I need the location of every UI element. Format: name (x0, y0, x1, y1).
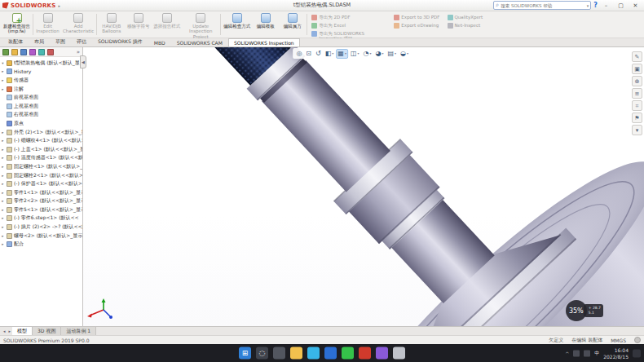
displaymanager-tab[interactable] (38, 49, 45, 55)
minimize-button[interactable]: – (600, 2, 612, 9)
markup-button[interactable]: ▣ (632, 64, 642, 74)
ribbon-button-edit-properties[interactable]: 编辑属方 (279, 12, 306, 37)
tree-item-part5[interactable]: ▸零件5<1> (默认<<默认>_显示状 (1, 205, 82, 214)
volume-icon[interactable] (584, 350, 590, 356)
tree-item-shell[interactable]: ▸外壳 (2)<1> (默认<<默认>_显示状 (1, 128, 82, 137)
tree-item-part2[interactable]: ▸零件2<2> (默认<<默认>_显示 (1, 197, 82, 206)
network-icon[interactable] (573, 350, 580, 356)
ime-indicator[interactable]: 中 (594, 350, 599, 357)
status-customize-icon[interactable] (634, 337, 641, 343)
menu-expand-icon[interactable]: ▸ (58, 3, 60, 8)
doctab-model[interactable]: 模型 (12, 327, 33, 335)
solidworks-logo[interactable]: SOLIDWORKS ▸ (2, 2, 60, 9)
ribbon-button-export-2d-pdf[interactable]: 导出为 2D PDF (311, 15, 386, 20)
ribbon-button-add-edit-balloons[interactable]: HAV/DJB Balloons (98, 12, 125, 37)
help-search-box[interactable]: ⌕ ▾ (493, 1, 591, 10)
taskbar-edge-icon[interactable] (307, 347, 320, 360)
ribbon-button-edit-inspection-method[interactable]: 编辑检查方式 (222, 12, 252, 37)
tree-item-top-cover[interactable]: ▸(-) 上盖<1> (默认<<默认>_显示状 (1, 145, 82, 154)
comment-button[interactable]: ✎ (632, 51, 642, 62)
inspectionmanager-tab[interactable] (47, 49, 54, 55)
notification-bell-icon[interactable] (633, 349, 641, 357)
configurationmanager-tab[interactable] (20, 49, 27, 55)
taskbar-office-icon[interactable] (376, 347, 388, 360)
more-tools-button[interactable]: ▾ (632, 125, 642, 135)
ribbon-button-remove-balloons[interactable]: 移除字符号 (125, 12, 152, 37)
tray-chevron-icon[interactable]: ^ (565, 351, 569, 356)
close-button[interactable]: ✕ (629, 2, 642, 9)
panel-chevron-icon[interactable]: » (77, 49, 80, 55)
tree-item-nut[interactable]: ▸螺母<2> (默认<<默认>_显示状 (1, 232, 82, 241)
ribbon-button-export-3d-pdf[interactable]: Export to 3D PDF (394, 15, 439, 20)
zoom-fit-button[interactable]: ◎ (294, 49, 303, 59)
doctab-motion-study-1[interactable]: 运动算例 1 (61, 327, 96, 335)
previous-view-button[interactable]: ↺ (314, 49, 323, 59)
tab-evaluate[interactable]: 评估 (71, 37, 92, 46)
model-canvas[interactable] (83, 47, 644, 326)
taskbar-browser-icon[interactable] (324, 347, 337, 360)
taskbar-search-icon[interactable]: ◌ (256, 347, 268, 360)
clock[interactable]: 16:04 2022/8/15 (603, 347, 629, 360)
tree-item-right-plane[interactable]: 右视基准面 (1, 111, 82, 120)
propertymanager-tab[interactable] (11, 49, 18, 55)
ribbon-button-export-excel[interactable]: 导出为 Excel (311, 23, 386, 29)
tab-cam[interactable]: SOLIDWORKS CAM (171, 38, 228, 46)
tree-item-origin[interactable]: 原点 (1, 119, 82, 128)
taskbar-wechat-icon[interactable] (342, 347, 354, 360)
tab-assembly[interactable]: 装配体 (2, 37, 29, 46)
tree-item-top-plane[interactable]: 上视基准面 (1, 102, 82, 111)
taskbar-task-view-icon[interactable] (273, 347, 285, 360)
taskbar-solidworks-icon[interactable] (359, 347, 371, 360)
graphics-viewport[interactable]: ◎⊡↺◧▾▦▾◫▾◔▾◕▾▤▾◒▾ ✎▣⊕≡⌗⚑▾ 35% + 28.7 5.1 (83, 47, 644, 326)
zoom-area-button[interactable]: ⊡ (304, 49, 313, 59)
tree-item-part1[interactable]: ▸零件1<1> (默认<<默认>_显示状 (1, 188, 82, 197)
edit-appearance-button[interactable]: ◕▾ (374, 49, 386, 59)
doctab-3d-views[interactable]: 3D 视图 (33, 327, 61, 335)
ribbon-button-export-edrawing[interactable]: Export eDrawing (394, 23, 439, 29)
view-settings-button[interactable]: ◒▾ (399, 49, 410, 59)
panel-collapse-handle[interactable]: ◀ (80, 55, 86, 68)
tree-item-temp-sensor[interactable]: ▸(-) 温度传感器<1> (默认<<默认> (1, 154, 82, 163)
ribbon-button-qualityxpert[interactable]: QualityXpert (448, 15, 483, 20)
display-style-button[interactable]: ◫▾ (349, 49, 361, 59)
hide-show-items-button[interactable]: ◔▾ (362, 49, 373, 59)
tree-item-root[interactable]: ▾t型铠装热电偶 (默认<默认_显示状态-1 (1, 59, 82, 68)
tree-item-sensor-folder[interactable]: ▸传感器 (1, 76, 82, 85)
taskbar-file-explorer-icon[interactable] (290, 347, 302, 360)
help-button[interactable]: ? (593, 2, 598, 9)
tab-addins[interactable]: SOLIDWORKS 插件 (92, 37, 148, 46)
tree-item-history[interactable]: ▸History (1, 68, 82, 77)
maximize-button[interactable]: ▢ (615, 2, 627, 9)
measure-button[interactable]: ⌗ (632, 100, 642, 111)
tree-item-front-plane[interactable]: 前视基准面 (1, 93, 82, 102)
tree-item-fix-bolt[interactable]: ▸固定螺栓<1> (默认<<默认>_显示状 (1, 162, 82, 171)
tab-sketch[interactable]: 草图 (50, 37, 71, 46)
ribbon-button-edit-template[interactable]: 编辑模板 (252, 12, 279, 37)
section-view-button[interactable]: ◧▾ (324, 49, 336, 59)
apply-scene-button[interactable]: ▤▾ (386, 49, 399, 59)
tree-item-protector[interactable]: ▸(-) 保护器<1> (默认<<默认>_显 (1, 179, 82, 188)
view-orientation-button[interactable]: ▦▾ (336, 49, 348, 59)
note-button[interactable]: ≡ (632, 88, 642, 99)
taskbar-start-icon[interactable]: ⊞ (239, 347, 251, 360)
tree-item-part6-step[interactable]: ▸(-) 零件6.step<1> (默认<< (1, 214, 82, 223)
ribbon-button-edit-inspection[interactable]: Edit Inspection (34, 12, 61, 37)
tree-item-annotations[interactable]: ▸注解 (1, 85, 82, 94)
taskbar-settings-app-icon[interactable] (393, 347, 405, 360)
ribbon-button-add-characteristic[interactable]: Add Characteristic (61, 12, 95, 37)
stamp-button[interactable]: ⊕ (632, 76, 642, 86)
ribbon-button-update-inspection-project[interactable]: Update Inspection Project (182, 12, 219, 37)
tree-item-fix-bolt2[interactable]: ▸固定螺栓2<1> (默认<<默认>_ (1, 171, 82, 180)
tree-item-mates[interactable]: ▸配合 (1, 240, 82, 249)
search-chevron-down-icon[interactable]: ▾ (587, 3, 589, 8)
tab-inspection[interactable]: SOLIDWORKS Inspection (228, 38, 300, 46)
featuremanager-tab[interactable] (2, 49, 9, 55)
flag-button[interactable]: ⚑ (632, 113, 642, 123)
ribbon-button-select-report-template[interactable]: 选择报告样式 (152, 12, 182, 37)
tab-layout[interactable]: 布局 (29, 37, 50, 46)
tree-item-thread[interactable]: ▸(-) 细螺纹4<1> (默认<<默认>_显 (1, 136, 82, 145)
tab-mbd[interactable]: MBD (148, 38, 171, 46)
ribbon-button-new-inspection-report[interactable]: 新建检查报告 (imp.fa) (2, 12, 32, 37)
tree-item-insert[interactable]: ▸(-) 插片 (2)<2> ->? (默认<<默认 (1, 223, 82, 232)
ribbon-button-net-inspect[interactable]: Net-Inspect (448, 23, 483, 29)
